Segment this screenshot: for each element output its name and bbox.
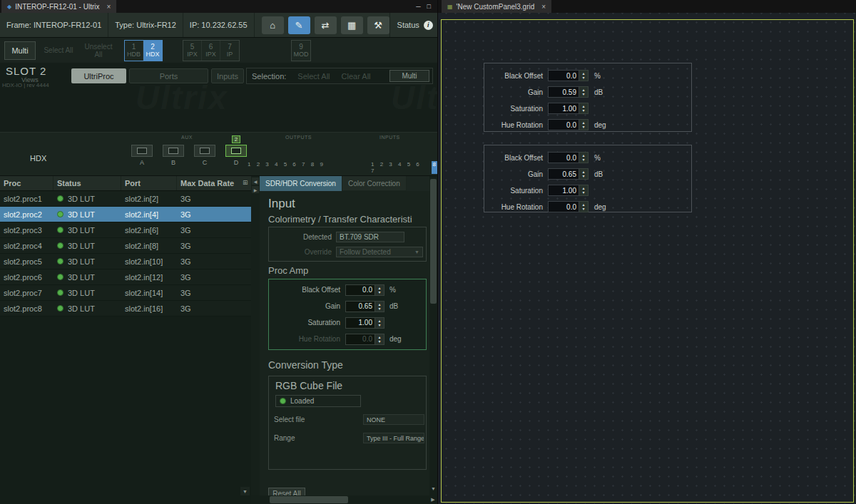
slot-tab-7-ip[interactable]: 7 IP (220, 41, 239, 61)
multi-button[interactable]: Multi (4, 41, 36, 60)
scroll-down-icon[interactable]: ▼ (429, 484, 437, 493)
status-text: 3D LUT (68, 226, 95, 235)
scrollbar-thumb[interactable] (430, 179, 437, 304)
hue-rotation-label: Hue Rotation (489, 203, 543, 211)
gain-spinner[interactable]: ▴▾ (579, 168, 588, 180)
range-value-dropdown[interactable]: Type III - Full Range (363, 433, 424, 443)
proc-amp-group-1[interactable]: Black Offset 0.0 ▴▾ % Gain 0.59 ▴▾ dB Sa… (484, 63, 692, 132)
tab-custom-panel[interactable]: ▦ 'New CustomPanel3.grid × (442, 0, 551, 13)
black-offset-field[interactable]: 0.0 (345, 284, 375, 296)
table-row[interactable]: slot2.proc1 3D LUT slot2.in[2] 3G (0, 191, 251, 207)
gain-spinner[interactable]: ▴▾ (579, 86, 588, 98)
selection-select-all-button[interactable]: Select All (297, 72, 330, 81)
info-icon[interactable]: i (424, 21, 433, 30)
colorimetry-box: Detected BT.709 SDR Override Follow Dete… (268, 227, 427, 262)
override-dropdown[interactable]: Follow Detected ▼ (336, 247, 423, 257)
saturation-spinner[interactable]: ▴▾ (375, 317, 384, 329)
slot-tab-5-ipx[interactable]: 5 IPX (183, 41, 202, 61)
tools-button[interactable]: ⚒ (367, 16, 389, 34)
col-port[interactable]: Port (121, 176, 177, 190)
hue-rotation-spinner[interactable]: ▴▾ (579, 119, 588, 130)
tab-interop-frame[interactable]: ◆ INTEROP-FR12-01 - Ultrix × (1, 0, 116, 13)
saturation-field[interactable]: 1.00 (548, 103, 579, 114)
black-offset-spinner[interactable]: ▴▾ (579, 70, 588, 81)
aux-label: AUX (181, 135, 193, 140)
saturation-spinner[interactable]: ▴▾ (579, 185, 588, 196)
col-proc[interactable]: Proc (0, 176, 54, 190)
properties-scrollbar[interactable]: ▼ (429, 176, 437, 495)
column-config-icon[interactable]: ⊞ (243, 179, 248, 186)
slot-tab-2-hdx[interactable]: 2 HDX (143, 41, 162, 61)
view-button-inputs[interactable]: Inputs (211, 68, 244, 83)
table-row[interactable]: slot2.proc4 3D LUT slot2.in[8] 3G (0, 238, 251, 254)
maximize-icon[interactable]: □ (427, 3, 431, 10)
black-offset-label: Black Offset (489, 72, 543, 80)
selection-multi-button[interactable]: Multi (389, 70, 429, 82)
module-c[interactable] (194, 145, 215, 157)
tab-color-correction[interactable]: Color Correction (342, 176, 407, 191)
table-row[interactable]: slot2.proc8 3D LUT slot2.in[16] 3G (0, 301, 251, 317)
module-d-selected[interactable] (225, 145, 247, 157)
hue-rotation-field[interactable]: 0.0 (548, 119, 579, 130)
gain-field[interactable]: 0.65 (345, 301, 375, 312)
gain-field[interactable]: 0.65 (548, 168, 579, 180)
cell-proc: slot2.proc3 (0, 222, 54, 237)
slot-tab-6-ipx[interactable]: 6 IPX (202, 41, 220, 61)
slot-tab-1-hdb[interactable]: 1 HDB (125, 41, 143, 61)
table-scroll-down-icon[interactable]: ▼ (240, 487, 250, 495)
tab-close-icon[interactable]: × (107, 3, 111, 11)
module-a[interactable] (131, 145, 153, 157)
tab-sdr-hdr-conversion[interactable]: SDR/HDR Conversion (260, 176, 342, 191)
horizontal-scrollbar[interactable] (251, 495, 429, 504)
col-status[interactable]: Status (54, 176, 121, 190)
module-b[interactable] (163, 145, 184, 157)
table-row[interactable]: slot2.proc7 3D LUT slot2.in[14] 3G (0, 285, 251, 301)
collapse-right-icon[interactable]: ▶ (252, 186, 259, 193)
scrollbar-thumb[interactable] (270, 496, 348, 503)
saturation-label: Saturation (489, 187, 543, 195)
tab-close-icon[interactable]: × (541, 3, 546, 11)
selection-clear-all-button[interactable]: Clear All (342, 72, 371, 81)
panel-designer-canvas[interactable]: Black Offset 0.0 ▴▾ % Gain 0.59 ▴▾ dB Sa… (438, 13, 856, 504)
slot-tab-9-mod[interactable]: 9 MOD (292, 41, 310, 61)
toolbox-button[interactable]: ▦ (341, 16, 363, 34)
black-offset-spinner[interactable]: ▴▾ (579, 152, 588, 163)
black-offset-field[interactable]: 0.0 (548, 152, 579, 163)
edit-button[interactable]: ✎ (288, 16, 310, 34)
gain-field[interactable]: 0.59 (548, 86, 579, 98)
view-button-ports[interactable]: Ports (129, 68, 208, 83)
routing-button[interactable]: ⇄ (315, 16, 337, 34)
unselect-all-button[interactable]: Unselect All (81, 43, 116, 58)
inputs-number-selected[interactable]: 8 (432, 161, 437, 174)
reset-all-button[interactable]: Reset All (268, 488, 305, 495)
panel-splitter[interactable]: ◀ ▶ (251, 176, 260, 495)
collapse-left-icon[interactable]: ◀ (252, 178, 259, 185)
saturation-field[interactable]: 1.00 (548, 185, 579, 196)
hue-rotation-spinner[interactable]: ▴▾ (579, 201, 588, 212)
table-row[interactable]: slot2.proc3 3D LUT slot2.in[6] 3G (0, 222, 251, 238)
status-section: Status i (389, 13, 437, 37)
cell-proc: slot2.proc2 (0, 207, 54, 222)
scroll-right-icon[interactable]: ▶ (429, 495, 437, 504)
hue-rotation-field[interactable]: 0.0 (345, 334, 375, 345)
proc-amp-box: Black Offset 0.0 ▴▾ % Gain 0.65 ▴▾ dB Sa… (268, 279, 427, 350)
col-max-data-rate[interactable]: Max Data Rate (177, 176, 251, 190)
table-row[interactable]: slot2.proc5 3D LUT slot2.in[10] 3G (0, 254, 251, 269)
select-file-value[interactable]: NONE (363, 414, 424, 425)
select-all-button[interactable]: Select All (41, 46, 76, 54)
home-button[interactable]: ⌂ (262, 16, 284, 34)
black-offset-field[interactable]: 0.0 (548, 70, 579, 81)
table-row[interactable]: slot2.proc6 3D LUT slot2.in[12] 3G (0, 269, 251, 285)
status-text: 3D LUT (68, 210, 95, 219)
chevron-down-icon: ▼ (414, 250, 419, 254)
black-offset-spinner[interactable]: ▴▾ (375, 284, 384, 296)
minimize-icon[interactable]: ─ (416, 3, 420, 10)
hue-rotation-spinner[interactable]: ▴▾ (375, 334, 384, 345)
view-button-ultriproc[interactable]: UltriProc (71, 68, 126, 83)
table-row-selected[interactable]: slot2.proc2 3D LUT slot2.in[4] 3G (0, 207, 251, 222)
gain-spinner[interactable]: ▴▾ (375, 301, 384, 312)
saturation-spinner[interactable]: ▴▾ (579, 103, 588, 114)
proc-amp-group-2[interactable]: Black Offset 0.0 ▴▾ % Gain 0.65 ▴▾ dB Sa… (484, 145, 692, 212)
hue-rotation-field[interactable]: 0.0 (548, 201, 579, 212)
saturation-field[interactable]: 1.00 (345, 317, 375, 329)
